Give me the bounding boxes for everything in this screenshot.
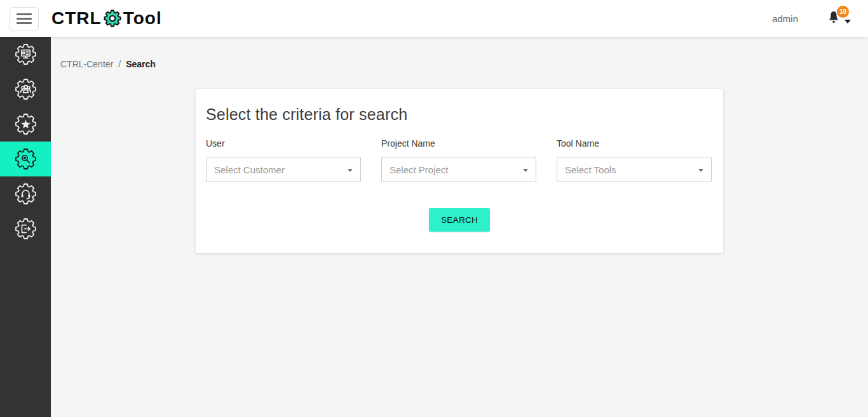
project-select[interactable]: Select Project [381, 157, 536, 182]
gear-dashboard-icon [14, 43, 37, 66]
chevron-down-icon [348, 169, 353, 172]
field-label-project: Project Name [381, 138, 536, 149]
field-user: User Select Customer [206, 138, 361, 182]
search-criteria-card: Select the criteria for search User Sele… [196, 89, 723, 253]
sidebar-item-logout[interactable] [0, 211, 51, 246]
main-content: CTRL-Center / Search Select the criteria… [51, 37, 868, 417]
app-logo[interactable]: CTRL Tool [51, 8, 162, 29]
gear-headset-icon [14, 182, 37, 206]
gear-star-icon [14, 112, 37, 136]
sidebar-item-favorites[interactable] [0, 107, 51, 142]
notification-count-badge: 10 [837, 6, 849, 18]
breadcrumb: CTRL-Center / Search [60, 58, 868, 70]
sidebar [0, 37, 51, 417]
logo-gear-icon [102, 8, 123, 29]
breadcrumb-parent[interactable]: CTRL-Center [60, 59, 113, 69]
field-tool: Tool Name Select Tools [557, 138, 712, 182]
gear-users-icon [14, 77, 37, 101]
sidebar-item-users[interactable] [0, 72, 51, 107]
card-title: Select the criteria for search [206, 105, 713, 124]
tools-select[interactable]: Select Tools [557, 157, 712, 182]
customer-select-placeholder: Select Customer [214, 164, 285, 175]
gear-search-icon [14, 147, 37, 171]
sidebar-item-support[interactable] [0, 176, 51, 211]
field-label-user: User [206, 138, 361, 149]
top-bar: CTRL Tool admin 10 [0, 0, 868, 37]
tools-select-placeholder: Select Tools [565, 164, 616, 175]
sidebar-item-search[interactable] [0, 142, 51, 176]
search-button[interactable]: SEARCH [429, 208, 490, 232]
logo-text-right: Tool [123, 8, 162, 29]
field-project: Project Name Select Project [381, 138, 536, 182]
fields-row: User Select Customer Project Name Select… [206, 138, 713, 182]
chevron-down-icon [523, 169, 528, 172]
project-select-placeholder: Select Project [390, 164, 449, 175]
button-row: SEARCH [206, 208, 713, 232]
customer-select[interactable]: Select Customer [206, 157, 361, 182]
sidebar-item-dashboard[interactable] [0, 37, 51, 72]
gear-logout-icon [14, 217, 37, 241]
breadcrumb-current: Search [126, 59, 156, 69]
chevron-down-icon [844, 20, 851, 23]
topbar-right: admin 10 [772, 10, 868, 27]
notifications-button[interactable]: 10 [826, 10, 843, 27]
user-menu-label[interactable]: admin [772, 13, 798, 24]
breadcrumb-separator: / [118, 59, 121, 69]
chevron-down-icon [698, 169, 703, 172]
field-label-tool: Tool Name [557, 138, 712, 149]
logo-text-left: CTRL [51, 8, 102, 29]
hamburger-menu-button[interactable] [10, 7, 39, 30]
